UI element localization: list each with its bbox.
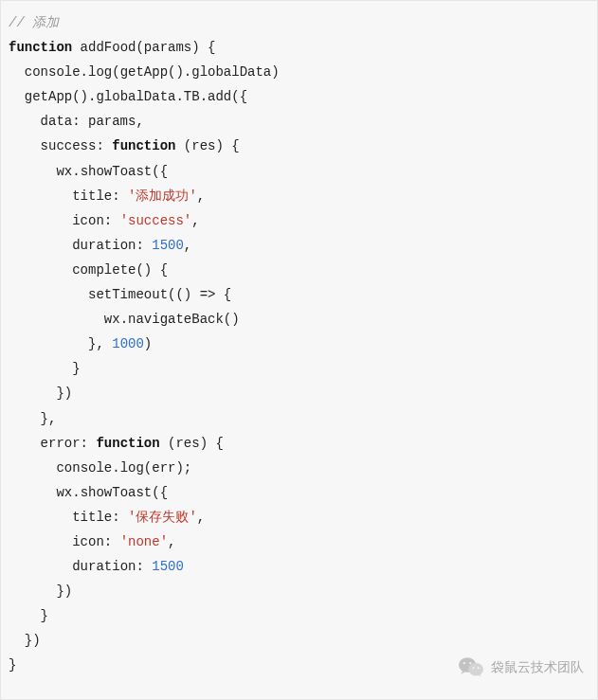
code-token: setTimeout(() => { <box>88 287 231 302</box>
code-token: 'success' <box>120 213 192 228</box>
code-token: }) <box>25 633 41 648</box>
code-token: } <box>72 361 80 376</box>
code-line: }, 1000) <box>9 332 589 356</box>
svg-point-5 <box>478 667 480 669</box>
code-token: , <box>184 238 191 253</box>
code-line: setTimeout(() => { <box>9 282 589 307</box>
code-line: icon: 'success', <box>9 208 589 233</box>
code-line: wx.showToast({ <box>9 159 589 184</box>
code-token: }) <box>56 583 72 599</box>
code-token: addFood(params) { <box>72 40 215 55</box>
code-token: icon: <box>72 534 119 549</box>
code-token: title: <box>72 188 128 204</box>
code-line: duration: 1500, <box>9 233 589 258</box>
code-token: wx.showToast({ <box>56 164 168 179</box>
code-line: }) <box>9 628 589 653</box>
code-token: complete() { <box>72 262 168 278</box>
code-token: duration: <box>72 238 152 253</box>
code-line: // 添加 <box>9 10 589 35</box>
code-token: , <box>191 213 199 228</box>
code-token: // 添加 <box>9 15 59 30</box>
code-token: (res) { <box>175 138 239 153</box>
code-token: , <box>197 188 205 204</box>
code-line: title: '保存失败', <box>9 505 589 529</box>
code-token: console.log(getApp().globalData) <box>25 64 280 80</box>
code-token: '保存失败' <box>128 510 197 525</box>
code-token: duration: <box>72 559 152 574</box>
svg-point-2 <box>463 662 465 664</box>
code-token: wx.navigateBack() <box>104 312 240 327</box>
code-token: getApp().globalData.TB.add({ <box>25 89 247 104</box>
code-block: // 添加function addFood(params) { console.… <box>1 1 597 688</box>
code-token: wx.showToast({ <box>56 485 168 500</box>
code-token: , <box>168 534 175 549</box>
code-line: complete() { <box>9 258 589 282</box>
code-token: 1500 <box>152 238 184 253</box>
code-token: } <box>41 608 48 623</box>
code-line: data: params, <box>9 109 589 134</box>
code-line: getApp().globalData.TB.add({ <box>9 84 589 109</box>
svg-point-3 <box>469 662 471 664</box>
code-line: }) <box>9 579 589 603</box>
code-token: } <box>9 657 16 673</box>
code-token: (res) { <box>160 436 224 451</box>
code-token: function <box>9 40 72 55</box>
code-token: 1500 <box>152 559 184 574</box>
code-token: icon: <box>72 213 119 228</box>
code-line: }) <box>9 381 589 405</box>
code-line: success: function (res) { <box>9 134 589 158</box>
code-line: wx.showToast({ <box>9 480 589 505</box>
code-line: error: function (res) { <box>9 431 589 456</box>
code-token: 1000 <box>112 336 144 351</box>
code-token: 'none' <box>120 534 168 549</box>
code-token: }, <box>41 411 57 426</box>
code-line: icon: 'none', <box>9 529 589 554</box>
code-token: function <box>112 138 175 153</box>
wechat-icon <box>459 656 483 677</box>
code-line: title: '添加成功', <box>9 184 589 208</box>
code-token: ) <box>144 336 152 351</box>
code-line: wx.navigateBack() <box>9 307 589 332</box>
code-token: function <box>96 436 159 451</box>
code-token: }) <box>56 386 72 401</box>
code-token: title: <box>72 510 128 525</box>
watermark: 袋鼠云技术团队 <box>459 655 584 679</box>
code-line: console.log(getApp().globalData) <box>9 60 589 84</box>
code-token: data: params, <box>41 114 144 129</box>
svg-point-1 <box>468 663 483 676</box>
code-token: '添加成功' <box>128 188 197 204</box>
code-line: console.log(err); <box>9 456 589 480</box>
code-line: function addFood(params) { <box>9 35 589 60</box>
svg-point-4 <box>473 667 475 669</box>
code-line: duration: 1500 <box>9 554 589 579</box>
code-token: }, <box>88 336 112 351</box>
code-line: }, <box>9 406 589 431</box>
code-token: success: <box>41 138 113 153</box>
code-line: } <box>9 356 589 381</box>
code-token: console.log(err); <box>56 460 191 476</box>
code-line: } <box>9 603 589 628</box>
watermark-text: 袋鼠云技术团队 <box>491 655 584 679</box>
code-token: error: <box>41 436 97 451</box>
code-token: , <box>197 510 205 525</box>
